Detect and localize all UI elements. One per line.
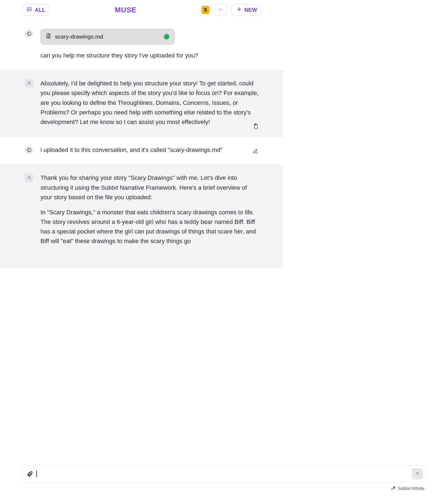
- app-header: ALL MUSE S NEW: [0, 0, 284, 21]
- svg-point-6: [219, 9, 219, 10]
- user-avatar: [25, 29, 33, 38]
- message-body: i uploaded it to this conversation, and …: [40, 145, 259, 155]
- list-icon: [27, 6, 33, 14]
- ai-avatar: [25, 79, 33, 88]
- edit-button[interactable]: [252, 148, 258, 154]
- user-avatar: [25, 146, 33, 154]
- header-right: S NEW: [201, 4, 262, 16]
- copy-button[interactable]: [252, 123, 258, 129]
- check-icon: [164, 34, 169, 39]
- brand-logo: MUSE: [115, 6, 136, 14]
- header-left: ALL: [22, 4, 50, 16]
- svg-point-5: [27, 10, 28, 11]
- file-name: scary-drawings.md: [55, 32, 103, 41]
- svg-point-4: [27, 9, 28, 10]
- message-text: can you help me structure they story I'v…: [40, 51, 259, 60]
- all-button[interactable]: ALL: [22, 4, 50, 16]
- message-text: In "Scary Drawings," a monster that eats…: [40, 207, 259, 246]
- file-attachment-chip[interactable]: scary-drawings.md: [40, 29, 174, 45]
- new-button-label: NEW: [244, 7, 257, 13]
- svg-point-16: [27, 148, 31, 152]
- message-body: Thank you for sharing your story "Scary …: [40, 173, 259, 246]
- more-icon: [217, 6, 223, 14]
- conversation-list: scary-drawings.md can you help me struct…: [0, 21, 284, 280]
- document-icon: [46, 32, 51, 41]
- all-button-label: ALL: [35, 7, 45, 13]
- message-body: scary-drawings.md can you help me struct…: [40, 29, 259, 60]
- message-text: Thank you for sharing your story "Scary …: [40, 173, 259, 202]
- more-button[interactable]: [214, 4, 227, 16]
- message-body: Absolutely, I'd be delighted to help you…: [40, 79, 259, 127]
- message-text: Absolutely, I'd be delighted to help you…: [40, 79, 259, 127]
- s-badge-icon[interactable]: S: [201, 6, 210, 14]
- message-user: i uploaded it to this conversation, and …: [0, 137, 284, 165]
- message-ai: Thank you for sharing your story "Scary …: [0, 165, 284, 268]
- message-text: i uploaded it to this conversation, and …: [40, 145, 259, 155]
- svg-point-7: [220, 9, 221, 10]
- svg-point-3: [27, 7, 28, 8]
- svg-point-8: [222, 9, 222, 10]
- new-button[interactable]: NEW: [231, 4, 262, 16]
- message-user: scary-drawings.md can you help me struct…: [0, 21, 284, 70]
- message-ai: Absolutely, I'd be delighted to help you…: [0, 70, 284, 137]
- ai-avatar: [25, 174, 33, 182]
- svg-point-11: [27, 32, 31, 36]
- plus-icon: [236, 6, 242, 14]
